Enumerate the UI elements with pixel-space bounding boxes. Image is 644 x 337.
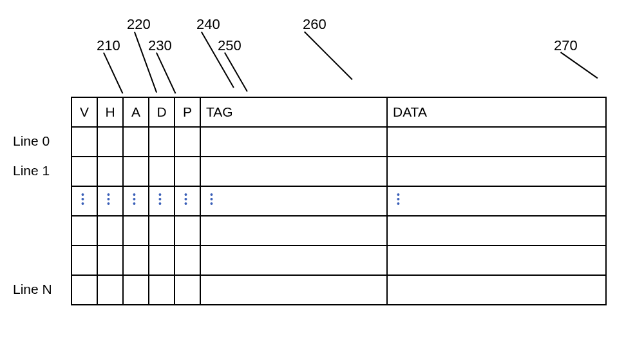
row-label-blank1: [13, 186, 71, 215]
callout-layer: 210 220 230 240 250 260 270: [13, 13, 631, 97]
cell: [200, 127, 387, 157]
cell: [71, 157, 97, 186]
cell: [175, 157, 200, 186]
callout-260: 260: [303, 16, 327, 33]
vertical-dots-icon: •••: [107, 193, 110, 206]
row-label-line1: Line 1: [13, 156, 71, 186]
header-h: H: [97, 97, 123, 127]
cell: [149, 246, 175, 275]
cell: [123, 216, 149, 246]
callout-line-230: [156, 52, 176, 93]
table-wrapper: Line 0 Line 1 Line N V H A D P TAG DATA: [13, 97, 631, 305]
cell: [97, 275, 123, 305]
cell: [200, 157, 387, 186]
cell: [387, 127, 606, 157]
callout-210: 210: [97, 37, 120, 54]
cell: [123, 246, 149, 275]
header-v: V: [71, 97, 97, 127]
table-row: [71, 127, 606, 157]
vertical-dots-icon: •••: [81, 193, 84, 206]
vertical-dots-icon: •••: [184, 193, 187, 206]
callout-240: 240: [196, 16, 220, 33]
table-row: [71, 246, 606, 275]
header-row: V H A D P TAG DATA: [71, 97, 606, 127]
callout-220: 220: [127, 16, 151, 33]
header-d: D: [149, 97, 175, 127]
cell: [71, 216, 97, 246]
cell: [123, 127, 149, 157]
cell: [149, 216, 175, 246]
cell-dots: •••: [200, 186, 387, 216]
vertical-dots-icon: •••: [210, 193, 213, 206]
callout-line-270: [560, 52, 598, 79]
cell: [123, 157, 149, 186]
cell: [97, 157, 123, 186]
header-data: DATA: [387, 97, 606, 127]
callout-line-260: [304, 32, 353, 81]
cell: [387, 275, 606, 305]
callout-line-250: [224, 52, 248, 92]
cell: [71, 275, 97, 305]
row-label-blank2: [13, 215, 71, 245]
table-row: [71, 275, 606, 305]
cell: [200, 216, 387, 246]
cell: [149, 127, 175, 157]
callout-230: 230: [148, 37, 172, 54]
cell: [175, 275, 200, 305]
vertical-dots-icon: •••: [397, 193, 400, 206]
cell: [200, 246, 387, 275]
vertical-dots-icon: •••: [133, 193, 136, 206]
vertical-dots-icon: •••: [158, 193, 162, 206]
cell: [175, 246, 200, 275]
cell: [387, 216, 606, 246]
cell: [71, 127, 97, 157]
cache-diagram: 210 220 230 240 250 260 270 Line 0 Line …: [13, 13, 631, 305]
cell-dots: •••: [149, 186, 175, 216]
cell-dots: •••: [175, 186, 200, 216]
row-label-blank3: [13, 245, 71, 274]
cell-dots: •••: [387, 186, 606, 216]
table-row: [71, 216, 606, 246]
table-row-ellipsis: ••• ••• ••• ••• ••• ••• •••: [71, 186, 606, 216]
cache-table: V H A D P TAG DATA: [71, 97, 607, 305]
cell-dots: •••: [97, 186, 123, 216]
cell: [97, 246, 123, 275]
row-labels: Line 0 Line 1 Line N: [13, 97, 71, 304]
cell: [123, 275, 149, 305]
callout-250: 250: [218, 37, 242, 54]
table-row: [71, 157, 606, 186]
header-p: P: [175, 97, 200, 127]
cell: [97, 216, 123, 246]
cell-dots: •••: [71, 186, 97, 216]
row-label-line0: Line 0: [13, 126, 71, 156]
cell: [175, 127, 200, 157]
cell: [149, 157, 175, 186]
cell: [387, 246, 606, 275]
header-tag: TAG: [200, 97, 387, 127]
callout-270: 270: [554, 37, 578, 54]
callout-line-210: [103, 52, 123, 93]
cell: [387, 157, 606, 186]
cell: [175, 216, 200, 246]
cell: [71, 246, 97, 275]
cell: [97, 127, 123, 157]
cell: [149, 275, 175, 305]
row-label-lineN: Line N: [13, 274, 71, 304]
header-a: A: [123, 97, 149, 127]
cell: [200, 275, 387, 305]
cell-dots: •••: [123, 186, 149, 216]
